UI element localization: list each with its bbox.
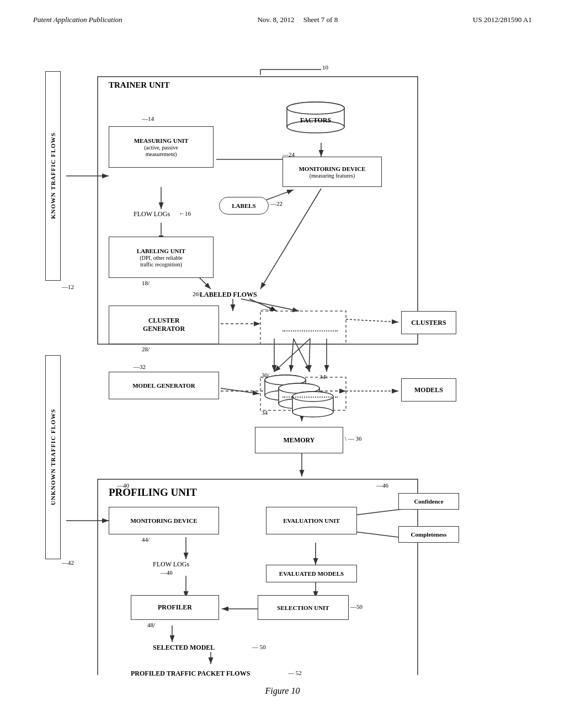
svg-point-64 xyxy=(292,407,333,417)
svg-line-23 xyxy=(221,388,259,394)
labeled-flows-label: LABELED FLOWS xyxy=(200,291,257,299)
ref-24: —24 xyxy=(282,151,295,158)
cluster-generator-box: CLUSTERGENERATOR xyxy=(109,306,219,344)
page-header: Patent Application Publication Nov. 8, 2… xyxy=(0,0,565,30)
flow-logs-bottom: FLOW LOGs xyxy=(153,560,189,569)
labeling-unit-box: LABELING UNIT(DPI, other reliabletraffic… xyxy=(109,237,214,278)
svg-line-19 xyxy=(274,339,310,372)
unknown-flows-label: UNKNOWN TRAFFIC FLOWS xyxy=(45,355,61,559)
confidence-box: Confidence xyxy=(398,493,459,510)
svg-line-18 xyxy=(294,339,310,372)
profiling-unit-title: PROFILING UNIT xyxy=(109,486,197,499)
header-center: Nov. 8, 2012 Sheet 7 of 8 xyxy=(257,15,338,24)
profiled-traffic-label: PROFILED TRAFFIC PACKET FLOWS xyxy=(131,670,250,678)
ref-34a: 34 xyxy=(262,409,268,416)
ref-32: —32 xyxy=(134,363,146,370)
factors-label: FACTORS xyxy=(300,116,331,125)
svg-line-21 xyxy=(291,339,294,372)
ref-30a: —30 xyxy=(262,306,274,312)
ref-44: 44/ xyxy=(142,536,150,543)
ref-48: 48/ xyxy=(147,622,155,628)
selected-model-label: SELECTED MODEL xyxy=(153,644,215,652)
ref-50: —50 xyxy=(350,603,363,610)
diagram-container: 10 TRAINER UNIT —14 MEASURING UNIT(activ… xyxy=(45,41,520,675)
memory-box: MEMORY xyxy=(255,427,343,453)
measuring-unit-label: MEASURING UNIT(active, passivemeasuremen… xyxy=(134,137,189,157)
ref-46b: —46 xyxy=(153,569,173,576)
model-generator-box: MODEL GENERATOR xyxy=(109,372,219,399)
profiler-box: PROFILER xyxy=(131,595,219,620)
monitoring-device-bottom-box: MONITORING DEVICE xyxy=(109,507,219,534)
flow-logs-top: FLOW LOGs xyxy=(134,210,170,218)
header-publication: Patent Application Publication xyxy=(33,15,122,24)
ref-52: — 52 xyxy=(288,670,302,676)
models-box: MODELS xyxy=(401,378,456,402)
ref-14: —14 xyxy=(142,115,154,122)
completeness-box: Completeness xyxy=(398,526,459,543)
cluster-dots-1 xyxy=(282,320,338,331)
svg-line-11 xyxy=(260,189,321,289)
cluster-generator-label: CLUSTERGENERATOR xyxy=(143,317,185,333)
figure-caption: Figure 10 xyxy=(0,686,565,696)
evaluated-models-box: EVALUATED MODELS xyxy=(266,565,357,582)
known-flows-label: KNOWN TRAFFIC FLOWS xyxy=(45,71,61,281)
labels-box: LABELS xyxy=(219,197,269,215)
ref-12: —12 xyxy=(62,283,74,290)
svg-point-47 xyxy=(287,102,344,114)
clusters-box: CLUSTERS xyxy=(401,311,456,334)
ref-28: 28/ xyxy=(142,346,150,352)
ref-46a: —46 xyxy=(376,482,388,489)
ref-50b: — 50 xyxy=(252,644,266,650)
selection-unit-box: SELECTION UNIT xyxy=(258,595,349,620)
svg-line-16 xyxy=(346,319,398,322)
ref-16: ←16 xyxy=(179,210,191,217)
factors-cylinder: FACTORS xyxy=(285,101,346,133)
svg-line-22 xyxy=(309,339,310,372)
cluster-dots-2 xyxy=(282,387,338,398)
ref-36: \ — 36 xyxy=(345,435,362,442)
trainer-unit-title: TRAINER UNIT xyxy=(109,81,169,90)
evaluation-unit-box: EVALUATION UNIT xyxy=(266,507,357,534)
measuring-unit-box: MEASURING UNIT(active, passivemeasuremen… xyxy=(109,126,214,168)
ref-18: 18/ xyxy=(142,280,150,286)
labeling-unit-label: LABELING UNIT(DPI, other reliabletraffic… xyxy=(137,248,185,267)
ref-22: —22 xyxy=(270,200,282,207)
header-patent-number: US 2012/281590 A1 xyxy=(473,15,532,24)
monitoring-device-top-label: MONITORING DEVICE(measuring features) xyxy=(299,165,365,179)
monitoring-device-top-box: MONITORING DEVICE(measuring features) xyxy=(282,157,382,187)
ref-10: 10 xyxy=(322,64,328,71)
ref-42: —42 xyxy=(62,559,74,566)
ref-34c: 34\ xyxy=(319,373,327,380)
ref-26: 26\ xyxy=(193,291,200,297)
